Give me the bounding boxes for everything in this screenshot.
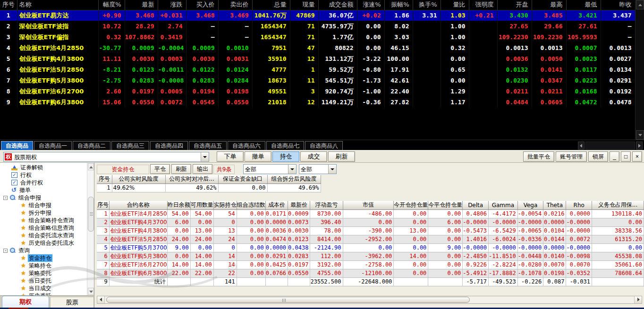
pos-table-column-header[interactable]: 义务仓占用保... — [592, 201, 644, 209]
tree-scrollbar-thumb[interactable] — [88, 197, 94, 232]
quote-row[interactable]: 7创业板ETF购5月3800-2.750.0283-0.00080.02830.… — [0, 75, 635, 86]
pos-table-column-header[interactable]: 合约名称 — [109, 201, 167, 209]
tree-scroll-up-button[interactable] — [88, 163, 94, 170]
watchlist-tab[interactable]: 自选商品三 — [111, 141, 149, 150]
quote-row[interactable]: 2深创业板ETF波指10.7228.292.74——1654347714735.… — [0, 21, 635, 32]
chevron-down-icon[interactable] — [201, 152, 209, 161]
table-row[interactable]: 149.62%49.62%0.0049.69% — [97, 184, 321, 192]
quote-column-header[interactable]: 最高 — [532, 0, 566, 10]
tree-item[interactable]: ★组合委托流水查询 — [0, 232, 87, 239]
panel-button[interactable]: 刷新 — [171, 164, 191, 174]
quote-column-header[interactable]: 开盘 — [497, 0, 532, 10]
quote-column-header[interactable]: 成交金额 — [318, 0, 357, 10]
tree-item[interactable]: ★策略委托 — [0, 269, 87, 277]
watchlist-tab[interactable]: 自选商品八 — [305, 141, 343, 150]
quote-column-header[interactable]: 序号 — [0, 0, 17, 10]
quote-column-header[interactable]: 总量 — [252, 0, 290, 10]
risk-table-column-header[interactable]: 组合拆分后风险度 — [267, 175, 321, 184]
toolbar-button-active[interactable]: 持仓 — [272, 151, 299, 162]
tab-option[interactable]: 期权 — [2, 296, 49, 308]
chevron-down-icon[interactable] — [288, 165, 296, 174]
pos-table-column-header[interactable]: 组合冻结数 — [237, 201, 265, 209]
panel-button[interactable]: 平仓 — [150, 164, 170, 174]
close-button[interactable]: × — [632, 151, 642, 162]
quote-column-header[interactable]: 名称 — [17, 0, 98, 10]
quote-column-header[interactable]: 卖出价 — [218, 0, 252, 10]
watchlist-tab[interactable]: 自选商品七 — [266, 141, 304, 150]
tree-item[interactable]: ★策略持仓 — [0, 262, 87, 269]
quote-column-header[interactable]: 买入价 — [186, 0, 218, 10]
tree-item[interactable]: ★组合申报 — [0, 201, 87, 209]
pos-table-column-header[interactable]: 可用数量 — [190, 201, 213, 209]
tree-item[interactable]: -查询 — [0, 247, 87, 254]
table-row[interactable]: 3创业板ETF购4月38000.0013.00130.000.00360.003… — [97, 226, 644, 235]
tree-scrollbar[interactable] — [87, 163, 94, 295]
filter-dropdown-2[interactable]: 全部 — [299, 164, 337, 174]
quote-column-header[interactable]: 涨速% — [357, 0, 384, 10]
watchlist-tab[interactable]: 自选商品四 — [150, 141, 188, 150]
table-row[interactable]: 2创业板ETF购4月37006.000.0000.000.00000.00733… — [97, 218, 644, 226]
quote-row[interactable]: 8创业板ETF沽6月27002.600.01970.00050.01940.01… — [0, 86, 635, 97]
pos-table-column-header[interactable]: Delta — [463, 201, 489, 209]
risk-table-column-header[interactable]: 序号 — [97, 175, 112, 184]
pos-table-column-header[interactable]: 实际持仓 — [213, 201, 237, 209]
chevron-down-icon[interactable] — [328, 165, 336, 174]
scroll-up-button[interactable] — [636, 0, 644, 9]
pos-table-column-header[interactable]: 市值 — [343, 201, 394, 209]
scroll-down-button[interactable] — [636, 130, 644, 140]
pos-table-column-header[interactable]: 昨日余额 — [167, 201, 190, 209]
pos-table-column-header[interactable]: 今开仓持仓量 — [394, 201, 428, 209]
tree-item[interactable]: ★拆分申报 — [0, 209, 87, 217]
pos-table-column-header[interactable]: 最新价 — [288, 201, 310, 209]
watchlist-tab[interactable]: 自选商品五 — [189, 141, 227, 150]
pos-table-column-header[interactable]: Theta — [543, 201, 566, 209]
toolbar-button-item[interactable]: 刷新 — [328, 151, 355, 162]
tree-item[interactable]: ★当日委托 — [0, 277, 87, 284]
tab-stock[interactable]: 股票 — [50, 297, 94, 308]
tree-item[interactable]: ✓合并行权 — [0, 179, 87, 186]
tree-item[interactable]: ★历史组合委托流水 — [0, 239, 87, 247]
pos-table-column-header[interactable]: Vega — [517, 201, 543, 209]
table-row[interactable]: 7创业板ETF沽6月270014.0014.00140.000.04250.01… — [97, 260, 644, 269]
watchlist-tab[interactable]: 自选商品 — [1, 141, 33, 150]
batch-close-button[interactable]: 批量平仓 — [523, 151, 554, 162]
lock-screen-button[interactable]: 锁屏 — [588, 151, 608, 162]
quote-column-header[interactable]: 昨收 — [601, 0, 635, 10]
quote-column-header[interactable]: 振幅% — [384, 0, 413, 10]
toolbar-button-item[interactable]: 撤单 — [245, 151, 271, 162]
expand-collapse-icon[interactable]: - — [3, 249, 8, 253]
quote-column-header[interactable]: 强弱度 — [469, 0, 497, 10]
toolbar-button-item[interactable]: 下单 — [217, 151, 244, 162]
account-manage-button[interactable]: 账号管理 — [556, 151, 587, 162]
watchlist-tab[interactable]: 自选商品六 — [228, 141, 265, 150]
pos-table-column-header[interactable]: Rho — [566, 201, 592, 209]
pos-table-column-header[interactable]: 序号 — [97, 201, 109, 209]
risk-table-column-header[interactable]: 保证金资金缺口 — [218, 175, 267, 184]
tree-item[interactable]: ✓行权 — [0, 171, 87, 179]
tree-item[interactable]: ★组合策略信息查询 — [0, 224, 87, 232]
tabs-scroll-right-button[interactable] — [636, 142, 643, 150]
tree-item[interactable]: ★当日成交 — [0, 284, 87, 292]
watchlist-tab[interactable]: 自选商品二 — [73, 141, 110, 150]
pos-table-column-header[interactable]: 浮动盈亏 — [310, 201, 343, 209]
tree-item[interactable]: ★资金持仓 — [0, 254, 87, 262]
horizontal-scrollbar[interactable] — [97, 296, 642, 304]
tabs-scroll-left-button[interactable] — [578, 142, 585, 150]
quote-row[interactable]: 4创业板ETF沽4月2850-30.770.0009-0.00040.00090… — [0, 42, 635, 53]
hscroll-right-button[interactable] — [634, 296, 642, 303]
quote-column-header[interactable]: 换手% — [413, 0, 441, 10]
quote-row[interactable]: 1创业板ETF易方达+0.903.468+0.0313.4683.4691041… — [0, 10, 635, 21]
quote-column-header[interactable]: 现量 — [290, 0, 318, 10]
quote-row[interactable]: 3深创业板ETF偏指0.32107.88620.3419——1654347711… — [0, 32, 635, 42]
tree-item[interactable]: ★组合策略持仓查询 — [0, 217, 87, 224]
quote-vertical-scrollbar[interactable] — [635, 0, 644, 140]
toolbar-button-item[interactable]: 成交 — [300, 151, 327, 162]
watchlist-tab[interactable]: 自选商品一 — [34, 141, 72, 150]
table-row[interactable]: 8创业板ETF购6月380022.0022.00220.000.07660.05… — [97, 269, 644, 277]
pos-table-column-header[interactable]: 今平仓持仓量 — [428, 201, 463, 209]
pos-table-column-header[interactable]: 成本价 — [265, 201, 288, 209]
maximize-button[interactable]: □ — [621, 151, 631, 162]
quote-row[interactable]: 6创业板ETF沽5月2850-8.210.0123-0.00110.01220.… — [0, 64, 635, 75]
filter-dropdown-1[interactable]: 全部 — [243, 164, 297, 174]
table-row[interactable]: 6创业板ETF购5月38000.0014.00140.000.02910.028… — [97, 252, 644, 260]
